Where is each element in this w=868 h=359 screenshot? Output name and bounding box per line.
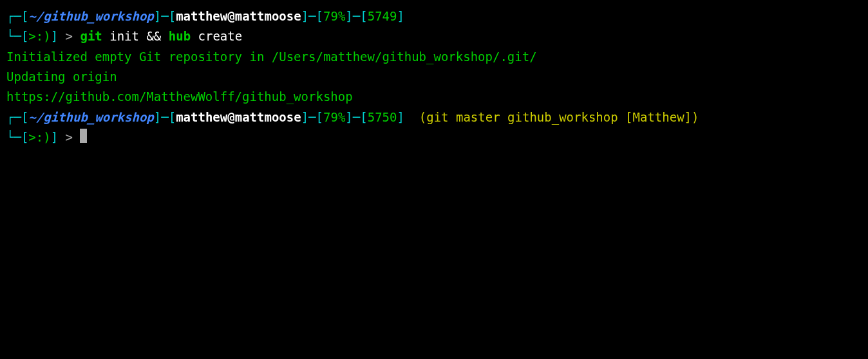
- dash: ─: [161, 9, 168, 23]
- prompt-corner: └─: [6, 130, 21, 144]
- battery-percent: 79%: [323, 9, 345, 23]
- bracket: [: [360, 110, 367, 124]
- bracket: ]: [51, 29, 58, 43]
- dash: ─: [353, 9, 360, 23]
- bracket: [: [21, 130, 28, 144]
- username: matthew: [176, 110, 227, 124]
- bracket: [: [21, 9, 28, 23]
- bracket: [: [316, 110, 323, 124]
- bracket: ]: [397, 110, 404, 124]
- prompt-corner: └─: [6, 29, 21, 43]
- bracket: [: [21, 29, 28, 43]
- dash: ─: [308, 110, 316, 124]
- prompt-corner: ┌─: [6, 9, 21, 23]
- output-init: Initialized empty Git repository in /Use…: [6, 47, 862, 67]
- smiley-face: >:): [28, 130, 50, 144]
- bracket: ]: [397, 9, 404, 23]
- bracket: ]: [301, 110, 308, 124]
- command-git: git: [80, 29, 102, 43]
- username: matthew: [176, 9, 227, 23]
- cwd: ~/github_workshop: [28, 9, 153, 23]
- at-sign: @: [227, 9, 234, 23]
- bracket: ]: [51, 130, 58, 144]
- dash: ─: [308, 9, 316, 23]
- dash: ─: [161, 110, 168, 124]
- dash: ─: [353, 110, 360, 124]
- command-hub: hub: [161, 29, 191, 43]
- battery-percent: 79%: [323, 110, 345, 124]
- prompt-line-2-top: ┌─[~/github_workshop]─[matthew@mattmoose…: [6, 107, 862, 127]
- prompt-line-2-bottom[interactable]: └─[>:)] >: [6, 127, 862, 147]
- at-sign: @: [227, 110, 234, 124]
- history-number: 5749: [368, 9, 397, 23]
- git-info: (git master github_workshop [Matthew]): [404, 110, 699, 124]
- bracket: ]: [345, 110, 352, 124]
- bracket: [: [360, 9, 367, 23]
- bracket: ]: [301, 9, 308, 23]
- bracket: ]: [345, 9, 352, 23]
- prompt-arrow: >: [58, 29, 80, 43]
- output-updating: Updating origin: [6, 67, 862, 87]
- cwd: ~/github_workshop: [28, 110, 153, 124]
- bracket: ]: [154, 9, 161, 23]
- terminal[interactable]: ┌─[~/github_workshop]─[matthew@mattmoose…: [6, 6, 862, 147]
- output-url: https://github.com/MatthewWolff/github_w…: [6, 87, 862, 107]
- cursor-icon: [80, 129, 87, 143]
- command-arg-create: create: [191, 29, 242, 43]
- smiley-face: >:): [28, 29, 50, 43]
- bracket: [: [169, 9, 176, 23]
- prompt-arrow: >: [58, 130, 80, 144]
- bracket: [: [316, 9, 323, 23]
- bracket: ]: [154, 110, 161, 124]
- prompt-line-1-top: ┌─[~/github_workshop]─[matthew@mattmoose…: [6, 6, 862, 26]
- bracket: [: [21, 110, 28, 124]
- command-arg-init: init: [102, 29, 147, 43]
- hostname: mattmoose: [235, 9, 301, 23]
- hostname: mattmoose: [235, 110, 301, 124]
- prompt-line-1-bottom: └─[>:)] > git init && hub create: [6, 26, 862, 46]
- history-number: 5750: [368, 110, 397, 124]
- prompt-corner: ┌─: [6, 110, 21, 124]
- bracket: [: [169, 110, 176, 124]
- command-operator: &&: [146, 29, 161, 43]
